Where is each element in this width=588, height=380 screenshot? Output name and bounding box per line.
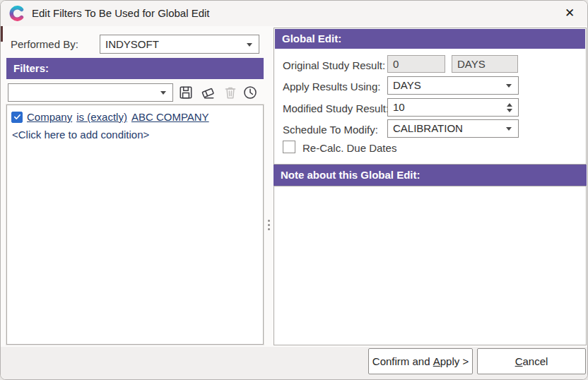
clock-icon xyxy=(242,85,258,100)
spinner-arrows xyxy=(505,100,514,115)
spinner-up-icon[interactable] xyxy=(507,103,512,107)
cancel-label-accel: C xyxy=(515,355,523,367)
original-study-result-value: 0 xyxy=(387,55,445,73)
performed-by-label: Performed By: xyxy=(11,38,78,50)
schedule-to-modify-label: Schedule To Modify: xyxy=(283,124,378,136)
filters-header: Filters: xyxy=(6,58,264,79)
close-button[interactable]: ✕ xyxy=(558,2,582,25)
recalc-due-dates-label: Re-Calc. Due Dates xyxy=(302,142,396,154)
global-edit-panel: Global Edit: Original Study Result: 0 DA… xyxy=(274,28,587,165)
chevron-down-icon xyxy=(506,84,512,88)
cancel-button[interactable]: Cancel xyxy=(477,348,586,374)
schedule-to-modify-value: CALIBRATION xyxy=(393,122,463,134)
confirm-apply-button[interactable]: Confirm and Apply > xyxy=(368,348,473,374)
recalc-due-dates-checkbox[interactable] xyxy=(283,141,295,153)
condition-field-link[interactable]: Company xyxy=(27,111,72,123)
clear-filter-button[interactable] xyxy=(199,83,217,102)
delete-filter-button[interactable] xyxy=(221,83,240,102)
spinner-down-icon[interactable] xyxy=(507,109,512,112)
window-title: Edit Filters To Be Used for Global Edit xyxy=(32,1,210,26)
trash-icon xyxy=(223,85,238,100)
global-edit-header: Global Edit: xyxy=(275,29,585,49)
save-filter-button[interactable] xyxy=(177,83,195,102)
apply-results-value: DAYS xyxy=(393,79,421,91)
add-condition-link[interactable]: <Click here to add condition> xyxy=(12,129,149,141)
app-logo-icon xyxy=(8,5,25,22)
check-icon xyxy=(13,113,21,121)
performed-by-value: INDYSOFT xyxy=(105,38,159,50)
close-icon: ✕ xyxy=(565,6,575,20)
filter-condition-list[interactable]: Company is (exactly) ABC COMPANY <Click … xyxy=(6,105,264,345)
modified-study-result-value: 10 xyxy=(393,101,405,113)
confirm-label-post: pply > xyxy=(440,355,469,367)
confirm-label-pre: Confirm and xyxy=(372,355,433,367)
schedule-to-modify-combobox[interactable]: CALIBRATION xyxy=(387,119,519,138)
note-header: Note about this Global Edit: xyxy=(274,165,587,186)
titlebar: Edit Filters To Be Used for Global Edit … xyxy=(1,1,587,26)
save-icon xyxy=(178,85,194,100)
chevron-down-icon xyxy=(247,43,252,47)
modified-study-result-label: Modified Study Result: xyxy=(283,102,389,114)
eraser-icon xyxy=(200,85,216,100)
original-study-result-unit: DAYS xyxy=(452,55,518,73)
apply-results-label: Apply Results Using: xyxy=(283,81,380,93)
original-study-result-label: Original Study Result: xyxy=(283,59,385,71)
background-artifact xyxy=(1,24,3,42)
condition-checkbox[interactable] xyxy=(11,112,23,123)
modified-study-result-spinner[interactable]: 10 xyxy=(387,98,519,117)
apply-results-combobox[interactable]: DAYS xyxy=(387,76,519,95)
filter-condition-row: Company is (exactly) ABC COMPANY xyxy=(11,111,209,123)
dialog-window: Edit Filters To Be Used for Global Edit … xyxy=(0,0,588,380)
filter-name-combobox[interactable] xyxy=(8,83,173,102)
cancel-label-post: ancel xyxy=(522,355,548,367)
condition-operator-link[interactable]: is (exactly) xyxy=(76,111,127,123)
note-textarea[interactable] xyxy=(274,186,587,345)
chevron-down-icon xyxy=(506,127,512,131)
chevron-down-icon xyxy=(160,91,166,95)
confirm-label-accel: A xyxy=(433,355,440,367)
filter-history-button[interactable] xyxy=(241,83,259,102)
performed-by-combobox[interactable]: INDYSOFT xyxy=(100,35,259,54)
splitter-handle[interactable] xyxy=(265,105,272,345)
condition-value-link[interactable]: ABC COMPANY xyxy=(131,111,209,123)
